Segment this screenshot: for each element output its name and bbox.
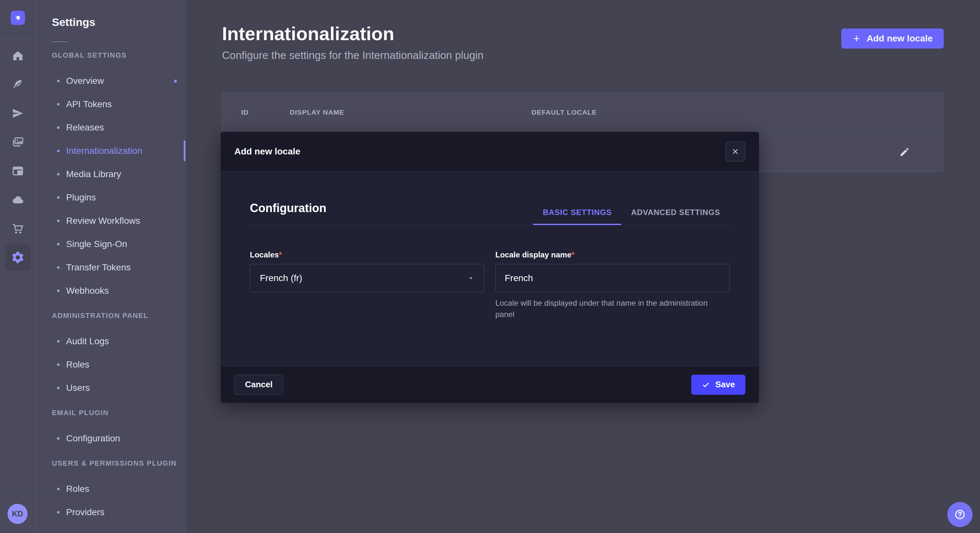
display-name-hint: Locale will be displayed under that name…: [495, 298, 725, 320]
tab-advanced-settings[interactable]: ADVANCED SETTINGS: [621, 208, 730, 225]
cancel-button[interactable]: Cancel: [234, 374, 283, 395]
configuration-header-row: Configuration BASIC SETTINGS ADVANCED SE…: [250, 171, 730, 225]
required-asterisk: *: [571, 250, 574, 259]
modal-close-button[interactable]: [725, 141, 745, 162]
locales-label: Locales*: [250, 250, 485, 259]
configuration-title: Configuration: [250, 201, 326, 225]
modal-fields: Locales* French (fr) Locale display name…: [250, 250, 730, 320]
chevron-down-icon: [467, 274, 474, 282]
help-button[interactable]: [947, 502, 972, 527]
close-icon: [732, 148, 739, 155]
modal-title: Add new locale: [234, 146, 301, 157]
display-name-input[interactable]: [495, 264, 730, 292]
modal-header: Add new locale: [221, 132, 759, 171]
save-button[interactable]: Save: [691, 374, 745, 395]
question-mark-icon: [954, 508, 966, 521]
locales-select-value: French (fr): [260, 273, 302, 283]
display-name-label-text: Locale display name: [495, 250, 572, 259]
locales-field: Locales* French (fr): [250, 250, 485, 320]
tab-basic-settings[interactable]: BASIC SETTINGS: [533, 208, 622, 225]
required-asterisk: *: [279, 250, 282, 259]
locales-select[interactable]: French (fr): [250, 264, 485, 292]
display-name-label: Locale display name*: [495, 250, 730, 259]
modal-footer: Cancel Save: [221, 366, 759, 403]
add-locale-modal: Add new locale Configuration BASIC SETTI…: [221, 132, 759, 403]
settings-tabs: BASIC SETTINGS ADVANCED SETTINGS: [533, 208, 730, 225]
display-name-field: Locale display name* Locale will be disp…: [495, 250, 730, 320]
check-icon: [702, 381, 710, 389]
save-label: Save: [715, 379, 735, 390]
modal-body: Configuration BASIC SETTINGS ADVANCED SE…: [221, 171, 759, 366]
locales-label-text: Locales: [250, 250, 279, 259]
